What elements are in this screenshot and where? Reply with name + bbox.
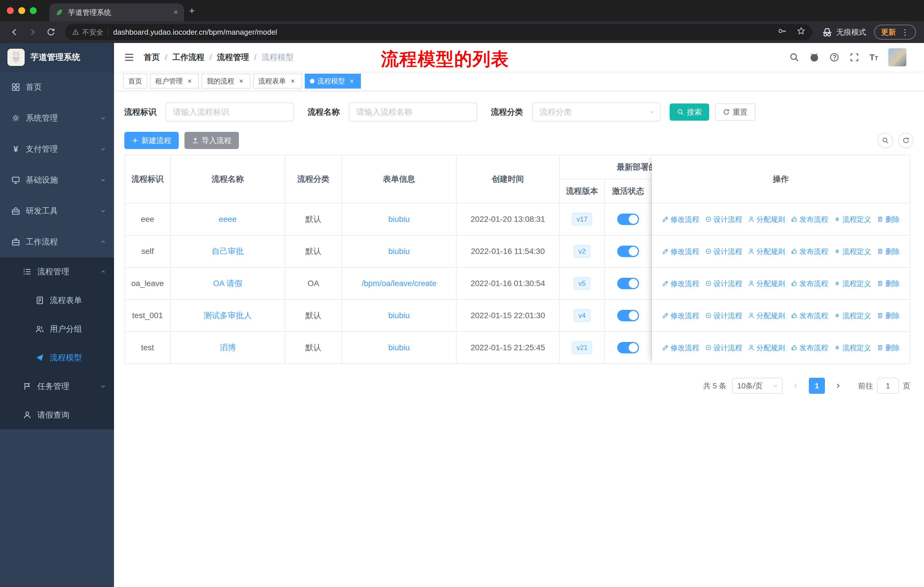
breadcrumb-home[interactable]: 首页 <box>144 52 160 63</box>
tag-close-icon[interactable]: × <box>186 77 194 85</box>
sidebar-item-process-management[interactable]: 流程管理 <box>0 257 114 286</box>
tag-close-icon[interactable]: × <box>348 77 356 85</box>
breadcrumb-process-management[interactable]: 流程管理 <box>217 52 249 63</box>
sidebar-item-user-group[interactable]: 用户分组 <box>0 315 114 343</box>
maximize-window-button[interactable] <box>30 7 37 14</box>
show-search-icon[interactable] <box>878 133 893 148</box>
action-edit-link[interactable]: 修改流程 <box>662 311 699 321</box>
action-deflink-link[interactable]: 流程定义 <box>834 279 871 288</box>
goto-page-input[interactable] <box>877 378 899 394</box>
action-design-link[interactable]: 设计流程 <box>705 311 742 321</box>
fullscreen-icon[interactable] <box>849 52 860 63</box>
breadcrumb-workflow[interactable]: 工作流程 <box>172 52 205 63</box>
search-icon[interactable] <box>789 52 799 63</box>
user-avatar[interactable] <box>888 48 907 67</box>
action-assign-link[interactable]: 分配规则 <box>748 215 785 224</box>
active-switch[interactable] <box>605 332 652 364</box>
tag-close-icon[interactable]: × <box>237 77 245 85</box>
next-page-button[interactable] <box>831 378 845 394</box>
tag-item[interactable]: 租户管理× <box>150 74 199 89</box>
update-button[interactable]: 更新 <box>881 27 896 37</box>
form-info-link[interactable]: biubiu <box>342 300 457 332</box>
action-edit-link[interactable]: 修改流程 <box>662 343 699 352</box>
action-design-link[interactable]: 设计流程 <box>705 279 742 288</box>
refresh-table-icon[interactable] <box>898 133 914 148</box>
active-switch[interactable] <box>605 268 652 300</box>
action-trash-link[interactable]: 删除 <box>877 215 900 224</box>
action-assign-link[interactable]: 分配规则 <box>748 247 785 256</box>
process-category-select[interactable]: 流程分类 <box>532 103 660 122</box>
tag-item[interactable]: 首页 <box>123 74 147 89</box>
action-assign-link[interactable]: 分配规则 <box>748 343 785 352</box>
process-name-link[interactable]: 测试多审批人 <box>171 300 285 332</box>
tab-close-icon[interactable]: × <box>173 8 178 17</box>
action-trash-link[interactable]: 删除 <box>877 247 900 256</box>
process-name-link[interactable]: 自己审批 <box>171 236 285 268</box>
sidebar-item-devtools[interactable]: 研发工具 <box>0 195 114 227</box>
active-switch[interactable] <box>605 236 652 268</box>
action-design-link[interactable]: 设计流程 <box>705 247 742 256</box>
tag-item[interactable]: 流程表单× <box>253 74 302 89</box>
active-switch[interactable] <box>605 203 652 236</box>
security-indicator[interactable]: 不安全 <box>72 28 103 37</box>
action-edit-link[interactable]: 修改流程 <box>662 247 699 256</box>
action-assign-link[interactable]: 分配规则 <box>748 279 785 288</box>
process-name-link[interactable]: eeee <box>171 203 285 236</box>
process-key-input[interactable] <box>165 103 294 122</box>
browser-tab[interactable]: 芋道管理系统 × <box>49 3 184 21</box>
new-tab-button[interactable]: + <box>184 3 200 19</box>
sidebar-item-task-management[interactable]: 任务管理 <box>0 372 114 401</box>
action-deflink-link[interactable]: 流程定义 <box>834 247 871 256</box>
font-size-icon[interactable]: TT <box>869 53 878 61</box>
action-publish-link[interactable]: 发布流程 <box>791 311 828 321</box>
back-icon[interactable] <box>6 23 23 41</box>
sidebar-item-infrastructure[interactable]: 基础设施 <box>0 165 114 195</box>
tag-item[interactable]: 我的流程× <box>201 74 250 89</box>
action-trash-link[interactable]: 删除 <box>877 311 900 321</box>
sidebar-item-leave-query[interactable]: 请假查询 <box>0 401 114 429</box>
address-bar[interactable]: 不安全 dashboard.yudao.iocoder.cn/bpm/manag… <box>65 24 812 40</box>
question-icon[interactable] <box>829 52 840 63</box>
form-info-link[interactable]: biubiu <box>342 203 457 236</box>
forward-icon[interactable] <box>24 23 41 41</box>
action-design-link[interactable]: 设计流程 <box>705 343 742 352</box>
reload-icon[interactable] <box>42 23 59 41</box>
action-design-link[interactable]: 设计流程 <box>705 215 742 224</box>
sidebar-item-workflow[interactable]: 工作流程 <box>0 227 114 257</box>
github-icon[interactable] <box>809 52 820 63</box>
minimize-window-button[interactable] <box>18 7 25 14</box>
action-edit-link[interactable]: 修改流程 <box>662 215 699 224</box>
sidebar-item-system[interactable]: 系统管理 <box>0 103 114 134</box>
action-deflink-link[interactable]: 流程定义 <box>834 343 871 352</box>
browser-menu-icon[interactable]: ⋮ <box>901 28 909 37</box>
prev-page-button[interactable] <box>788 378 803 394</box>
tag-close-icon[interactable]: × <box>289 77 297 85</box>
tag-active[interactable]: 流程模型× <box>305 74 361 89</box>
reset-button[interactable]: 重置 <box>715 104 756 121</box>
hamburger-icon[interactable] <box>124 52 135 63</box>
action-deflink-link[interactable]: 流程定义 <box>834 215 871 224</box>
import-process-button[interactable]: 导入流程 <box>185 132 239 149</box>
password-key-icon[interactable] <box>778 26 787 38</box>
process-name-link[interactable]: OA 请假 <box>171 268 285 300</box>
page-number-button[interactable]: 1 <box>809 378 825 394</box>
action-publish-link[interactable]: 发布流程 <box>791 343 828 352</box>
action-publish-link[interactable]: 发布流程 <box>791 215 828 224</box>
action-assign-link[interactable]: 分配规则 <box>748 311 785 321</box>
sidebar-item-home[interactable]: 首页 <box>0 72 114 103</box>
process-name-input[interactable] <box>349 103 477 122</box>
create-process-button[interactable]: 新建流程 <box>124 132 179 149</box>
action-trash-link[interactable]: 删除 <box>877 343 900 352</box>
search-button[interactable]: 搜索 <box>670 104 709 121</box>
close-window-button[interactable] <box>7 7 14 14</box>
sidebar-item-process-model[interactable]: 流程模型 <box>0 343 114 372</box>
action-edit-link[interactable]: 修改流程 <box>662 279 699 288</box>
action-trash-link[interactable]: 删除 <box>877 279 900 288</box>
form-info-link[interactable]: biubiu <box>342 332 457 364</box>
chrome-menu-pill[interactable]: 更新 ⋮ <box>874 25 916 40</box>
active-switch[interactable] <box>605 300 652 332</box>
process-name-link[interactable]: 滔博 <box>171 332 285 364</box>
form-info-link[interactable]: biubiu <box>342 236 457 268</box>
sidebar-item-payment[interactable]: ¥ 支付管理 <box>0 134 114 165</box>
form-info-link[interactable]: /bpm/oa/leave/create <box>342 268 457 300</box>
